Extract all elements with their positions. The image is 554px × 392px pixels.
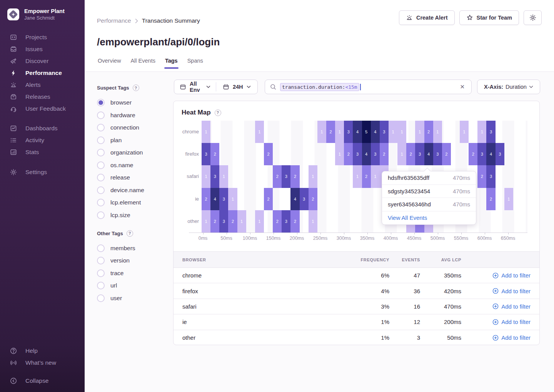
radio-hardware[interactable]	[97, 111, 105, 119]
tag-option-trace[interactable]: trace	[97, 269, 164, 277]
sidebar-item-alerts[interactable]: Alerts	[0, 79, 85, 91]
create-alert-button[interactable]: Create Alert	[399, 10, 455, 25]
sidebar-item-issues[interactable]: Issues	[0, 43, 85, 55]
heatmap-cell[interactable]: 2	[210, 210, 219, 233]
heatmap-cell[interactable]: 1	[309, 210, 317, 233]
add-to-filter-button[interactable]: Add to filter	[461, 303, 531, 310]
radio-lcp-element[interactable]	[97, 199, 105, 206]
heatmap-cell[interactable]: 3	[219, 210, 228, 233]
heatmap-cell[interactable]: 3	[486, 121, 495, 143]
date-range-picker[interactable]: 24H	[216, 80, 258, 94]
heatmap-cell[interactable]: 4	[353, 121, 362, 143]
add-to-filter-button[interactable]: Add to filter	[461, 334, 531, 341]
heatmap-cell[interactable]: 1	[353, 165, 362, 188]
heatmap-cell[interactable]: 2	[477, 165, 486, 188]
heatmap-cell[interactable]: 3	[300, 188, 309, 210]
search-query-token[interactable]: transaction.duration:<15m	[280, 83, 359, 91]
heatmap-cell[interactable]: 1	[477, 121, 486, 143]
heatmap-cell[interactable]: 1	[397, 121, 406, 143]
tooltip-event-row[interactable]: syer63456346hd470ms	[382, 198, 476, 211]
tag-option-release[interactable]: release	[97, 173, 164, 182]
heatmap-cell[interactable]: 4	[362, 143, 371, 165]
heatmap-cell[interactable]: 1	[397, 143, 406, 165]
tag-option-organization[interactable]: organization	[97, 148, 164, 157]
heatmap-cell[interactable]: 3	[210, 165, 219, 188]
radio-user[interactable]	[97, 294, 105, 302]
heatmap-cell[interactable]: 1	[237, 210, 246, 233]
add-to-filter-button[interactable]: Add to filter	[461, 272, 531, 279]
heatmap-cell[interactable]: 3	[477, 143, 486, 165]
tag-option-url[interactable]: url	[97, 281, 164, 290]
tag-option-os-name[interactable]: os.name	[97, 161, 164, 169]
heatmap-cell[interactable]: 1	[255, 210, 264, 233]
tag-option-lcp-size[interactable]: lcp.size	[97, 211, 164, 219]
radio-connection[interactable]	[97, 124, 105, 131]
sidebar-item-activity[interactable]: Activity	[0, 134, 85, 146]
tab-tags[interactable]: Tags	[164, 58, 179, 69]
heatmap-cell[interactable]: 1	[202, 121, 210, 143]
tag-option-version[interactable]: version	[97, 256, 164, 265]
tag-option-lcp-element[interactable]: lcp.element	[97, 198, 164, 207]
heatmap-cell[interactable]: 3	[433, 143, 442, 165]
radio-device-name[interactable]	[97, 186, 105, 194]
heatmap-cell[interactable]: 4	[290, 188, 299, 210]
heatmap-cell[interactable]: 1	[335, 143, 344, 165]
heatmap-cell[interactable]: 3	[486, 165, 495, 188]
heatmap-cell[interactable]: 2	[442, 143, 451, 165]
heatmap-cell[interactable]: 2	[486, 188, 495, 210]
heatmap-cell[interactable]: 3	[219, 188, 228, 210]
heatmap-cell[interactable]: 2	[309, 188, 317, 210]
heatmap-cell[interactable]: 2	[406, 143, 415, 165]
heatmap-cell[interactable]: 3	[415, 143, 424, 165]
sidebar-item-projects[interactable]: Projects	[0, 31, 85, 43]
radio-plan[interactable]	[97, 136, 105, 144]
radio-os-name[interactable]	[97, 161, 105, 169]
heatmap-cell[interactable]: 2	[290, 165, 299, 188]
heatmap-cell[interactable]: 1	[371, 165, 380, 188]
heatmap-cell[interactable]: 1	[219, 165, 228, 188]
tab-all-events[interactable]: All Events	[130, 58, 156, 69]
breadcrumb-parent[interactable]: Performance	[97, 17, 131, 24]
star-for-team-button[interactable]: Star for Team	[459, 10, 519, 25]
tag-option-hardware[interactable]: hardware	[97, 111, 164, 120]
heatmap-cell[interactable]: 3	[282, 210, 290, 233]
sidebar-item-settings[interactable]: Settings	[0, 166, 85, 178]
tab-overview[interactable]: Overview	[97, 58, 122, 69]
heatmap-cell[interactable]: 2	[202, 188, 210, 210]
heatmap-cell[interactable]: 1	[389, 121, 397, 143]
heatmap-cell[interactable]: 1	[504, 188, 513, 210]
tag-option-browser[interactable]: browser	[97, 98, 164, 107]
heatmap-cell[interactable]: 2	[264, 188, 273, 210]
sidebar-item-collapse[interactable]: Collapse	[0, 375, 85, 387]
heatmap-help-icon[interactable]: ?	[215, 110, 221, 116]
radio-trace[interactable]	[97, 269, 105, 277]
heatmap-cell[interactable]: 1	[460, 121, 469, 143]
radio-lcp-size[interactable]	[97, 211, 105, 219]
radio-members[interactable]	[97, 244, 105, 252]
tag-option-user[interactable]: user	[97, 294, 164, 302]
tooltip-event-row[interactable]: hdsfhr635635dff470ms	[382, 171, 476, 185]
view-all-events-link[interactable]: View All Events	[382, 211, 476, 224]
heatmap-cell[interactable]: 2	[210, 143, 219, 165]
heatmap-cell[interactable]: 4	[210, 188, 219, 210]
heatmap-cell[interactable]: 2	[273, 165, 282, 188]
heatmap-cell[interactable]: 2	[469, 143, 477, 165]
tag-option-plan[interactable]: plan	[97, 136, 164, 145]
heatmap-cell[interactable]: 1	[202, 165, 210, 188]
heatmap-grid[interactable]: 1112134543111211133221234321234322343131…	[202, 121, 527, 233]
sidebar-item-user-feedback[interactable]: User Feedback	[0, 103, 85, 115]
heatmap-cell[interactable]: 3	[371, 143, 380, 165]
sidebar-item-stats[interactable]: Stats	[0, 146, 85, 158]
heatmap-cell[interactable]: 1	[309, 165, 317, 188]
radio-version[interactable]	[97, 257, 105, 264]
heatmap-cell[interactable]: 2	[362, 165, 371, 188]
heatmap-cell[interactable]: 2	[273, 210, 282, 233]
heatmap-cell[interactable]: 1	[202, 210, 210, 233]
heatmap-cell[interactable]: 3	[353, 143, 362, 165]
heatmap-cell[interactable]: 3	[202, 143, 210, 165]
sidebar-item-what-s-new[interactable]: What’s new	[0, 357, 85, 369]
heatmap-cell[interactable]: 2	[344, 143, 353, 165]
sidebar-item-discover[interactable]: Discover	[0, 55, 85, 67]
heatmap-cell[interactable]: 3	[380, 121, 389, 143]
tooltip-event-row[interactable]: sdgsty34523454470ms	[382, 185, 476, 198]
